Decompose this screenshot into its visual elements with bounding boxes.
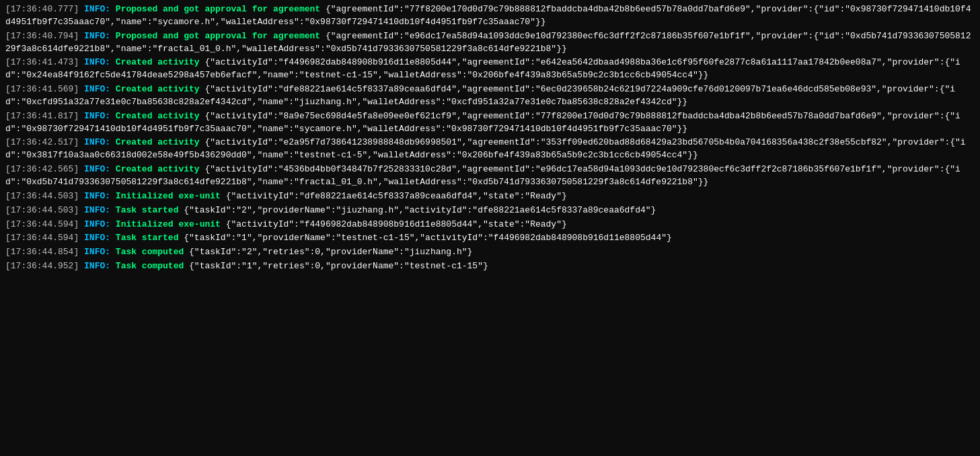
log-level: INFO: — [84, 84, 116, 94]
log-json: {"taskId":"2","providerName":"jiuzhang.h… — [184, 205, 656, 215]
log-message-keyword: Initialized exe-unit — [116, 219, 226, 229]
log-message-keyword: Task computed — [116, 261, 189, 271]
log-level: INFO: — [84, 233, 116, 243]
log-level: INFO: — [84, 219, 116, 229]
log-timestamp: [17:36:41.569] — [5, 84, 84, 94]
log-timestamp: [17:36:40.794] — [5, 31, 84, 41]
log-json: {"activityId":"dfe88221ae614c5f8337a89ce… — [226, 191, 567, 201]
log-line: [17:36:44.952] INFO: Task computed {"tas… — [5, 260, 975, 274]
log-level: INFO: — [84, 4, 116, 14]
log-level: INFO: — [84, 261, 116, 271]
log-level: INFO: — [84, 247, 116, 257]
log-line: [17:36:44.854] INFO: Task computed {"tas… — [5, 245, 975, 260]
log-message-keyword: Created activity — [116, 137, 205, 147]
log-line: [17:36:41.569] INFO: Created activity {"… — [5, 83, 975, 110]
log-level: INFO: — [84, 137, 116, 147]
log-message-keyword: Task computed — [116, 247, 189, 257]
log-message-keyword: Task started — [116, 233, 184, 243]
log-message-keyword: Task started — [116, 205, 184, 215]
log-json: {"taskId":"1","providerName":"testnet-c1… — [184, 233, 672, 243]
log-line: [17:36:44.594] INFO: Initialized exe-uni… — [5, 218, 975, 232]
log-json: {"activityId":"f4496982dab848908b916d11e… — [226, 219, 567, 229]
log-timestamp: [17:36:42.565] — [5, 164, 84, 174]
log-message-keyword: Created activity — [116, 84, 205, 94]
log-message-keyword: Created activity — [116, 57, 205, 67]
log-level: INFO: — [84, 57, 116, 67]
log-timestamp: [17:36:44.594] — [5, 233, 84, 243]
log-timestamp: [17:36:44.594] — [5, 219, 84, 229]
log-line: [17:36:41.817] INFO: Created activity {"… — [5, 110, 975, 137]
log-timestamp: [17:36:44.854] — [5, 247, 84, 257]
log-timestamp: [17:36:41.473] — [5, 57, 84, 67]
log-message-keyword: Proposed and got approval for agreement — [116, 4, 326, 14]
log-json: {"taskId":"1","retries":0,"providerName"… — [189, 261, 488, 271]
log-line: [17:36:44.503] INFO: Task started {"task… — [5, 204, 975, 218]
log-line: [17:36:44.503] INFO: Initialized exe-uni… — [5, 190, 975, 204]
log-timestamp: [17:36:44.503] — [5, 205, 84, 215]
log-message-keyword: Created activity — [116, 111, 205, 121]
log-json: {"taskId":"2","retries":0,"providerName"… — [189, 247, 472, 257]
log-timestamp: [17:36:41.817] — [5, 111, 84, 121]
log-level: INFO: — [84, 191, 116, 201]
log-container: [17:36:40.777] INFO: Proposed and got ap… — [0, 0, 980, 276]
log-line: [17:36:41.473] INFO: Created activity {"… — [5, 56, 975, 83]
log-timestamp: [17:36:44.952] — [5, 261, 84, 271]
log-timestamp: [17:36:44.503] — [5, 191, 84, 201]
log-timestamp: [17:36:40.777] — [5, 4, 84, 14]
log-level: INFO: — [84, 164, 116, 174]
log-message-keyword: Created activity — [116, 164, 205, 174]
log-message-keyword: Proposed and got approval for agreement — [116, 31, 326, 41]
log-line: [17:36:42.517] INFO: Created activity {"… — [5, 136, 975, 163]
log-level: INFO: — [84, 111, 116, 121]
log-line: [17:36:42.565] INFO: Created activity {"… — [5, 163, 975, 190]
log-message-keyword: Initialized exe-unit — [116, 191, 226, 201]
log-line: [17:36:40.794] INFO: Proposed and got ap… — [5, 30, 975, 56]
log-timestamp: [17:36:42.517] — [5, 137, 84, 147]
log-line: [17:36:44.594] INFO: Task started {"task… — [5, 231, 975, 245]
log-level: INFO: — [84, 31, 116, 41]
log-level: INFO: — [84, 205, 116, 215]
log-line: [17:36:40.777] INFO: Proposed and got ap… — [5, 3, 975, 30]
